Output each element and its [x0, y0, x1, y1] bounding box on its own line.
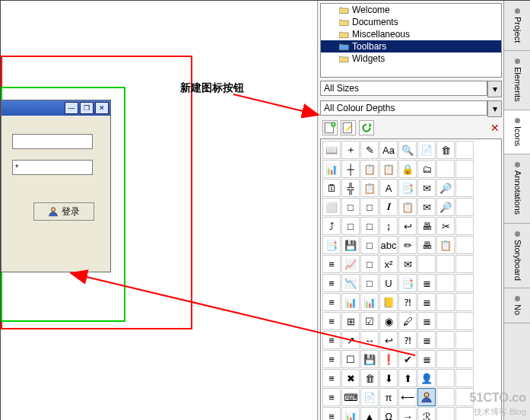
icon-cell[interactable]: ✏ [398, 236, 417, 254]
refresh-icon-button[interactable] [359, 120, 374, 135]
tree-item-miscellaneous[interactable]: Miscellaneous [321, 28, 501, 40]
icon-cell[interactable]: ≣ [417, 293, 436, 311]
sidetab-project[interactable]: Project [504, 1, 530, 51]
icon-cell[interactable]: ▲ [360, 407, 379, 420]
icon-cell[interactable]: ┼ [341, 160, 360, 178]
sidetab-annotations[interactable]: Annotations [504, 154, 530, 223]
icon-cell[interactable]: 📊 [341, 293, 360, 311]
icon-cell[interactable]: 📄 [417, 141, 436, 159]
icon-cell[interactable]: 📉 [341, 274, 360, 292]
username-field[interactable] [12, 134, 93, 149]
icon-cell[interactable]: 🖶 [417, 217, 436, 235]
password-field[interactable] [12, 160, 93, 175]
icon-cell[interactable]: ✎ [360, 141, 379, 159]
icon-cell[interactable] [436, 293, 455, 311]
icon-cell[interactable]: 📑 [322, 236, 341, 254]
icon-cell[interactable]: ☑ [360, 312, 379, 330]
icon-cell[interactable]: ↩ [379, 331, 398, 349]
icon-cell[interactable]: □ [360, 236, 379, 254]
icon-cell[interactable]: ＋ [341, 141, 360, 159]
icon-cell[interactable]: ≡ [322, 293, 341, 311]
icon-cell[interactable]: ✉ [417, 179, 436, 197]
size-filter-combo[interactable] [320, 81, 487, 96]
icon-cell[interactable]: 📖 [322, 141, 341, 159]
icon-cell[interactable] [417, 388, 436, 406]
icon-cell[interactable]: □ [341, 217, 360, 235]
icon-cell[interactable]: ☐ [341, 350, 360, 368]
icon-cell[interactable]: 📄 [360, 388, 379, 406]
icon-cell[interactable]: 💾 [341, 236, 360, 254]
login-button[interactable]: 登录 [33, 202, 94, 221]
icon-cell[interactable]: 📋 [436, 236, 455, 254]
icon-cell[interactable]: ↩ [398, 217, 417, 235]
icon-cell[interactable]: ≣ [417, 312, 436, 330]
icon-cell[interactable]: □ [360, 217, 379, 235]
icon-cell[interactable]: π [379, 388, 398, 406]
icon-cell[interactable]: ⬜ [322, 198, 341, 216]
icon-cell[interactable]: ≣ [417, 350, 436, 368]
delete-icon-button[interactable]: ✕ [490, 122, 500, 134]
icon-cell[interactable]: ≡ [322, 369, 341, 387]
icon-cell[interactable] [455, 141, 474, 159]
icon-cell[interactable] [436, 274, 455, 292]
mock-window-titlebar[interactable]: — ❐ ✕ [2, 100, 110, 116]
icon-cell[interactable]: □ [360, 274, 379, 292]
icon-cell[interactable]: 👤 [417, 369, 436, 387]
icon-cell[interactable]: 🖊 [398, 312, 417, 330]
icon-cell[interactable]: 💾 [360, 350, 379, 368]
icon-cell[interactable]: 🗓 [322, 179, 341, 197]
icon-cell[interactable]: ≣ [417, 274, 436, 292]
icon-cell[interactable]: 📑 [398, 274, 417, 292]
icon-cell[interactable]: Ω [379, 407, 398, 420]
icon-cell[interactable]: 📊 [322, 160, 341, 178]
icon-cell[interactable]: □ [341, 198, 360, 216]
icon-cell[interactable]: ≡ [322, 388, 341, 406]
icon-cell[interactable]: ↗ [341, 331, 360, 349]
icon-cell[interactable]: abc [379, 236, 398, 254]
icon-cell[interactable]: 🖶 [417, 236, 436, 254]
icon-cell[interactable]: ⬇ [379, 369, 398, 387]
icon-cell[interactable]: ⤴ [322, 217, 341, 235]
icon-cell[interactable] [436, 331, 455, 349]
icon-cell[interactable]: U [379, 274, 398, 292]
icon-cell[interactable]: 🔎 [436, 179, 455, 197]
icon-cell[interactable]: ℛ [417, 407, 436, 420]
icon-cell[interactable]: 🗂 [417, 160, 436, 178]
icon-cell[interactable]: ⁈ [398, 331, 417, 349]
icon-cell[interactable]: 🔒 [398, 160, 417, 178]
icon-cell[interactable]: 🔍 [398, 141, 417, 159]
icon-cell[interactable]: 📒 [379, 293, 398, 311]
icon-cell[interactable]: ⊞ [341, 312, 360, 330]
icon-cell[interactable]: 📋 [360, 179, 379, 197]
icon-cell[interactable]: 📋 [360, 160, 379, 178]
icon-cell[interactable]: 📊 [360, 293, 379, 311]
tree-item-toolbars[interactable]: Toolbars [321, 40, 501, 52]
icon-cell[interactable]: → [398, 407, 417, 420]
color-depth-dropdown-button[interactable]: ▾ [487, 100, 502, 117]
size-filter-dropdown-button[interactable]: ▾ [487, 81, 502, 97]
icon-cell[interactable]: A [379, 179, 398, 197]
icon-cell[interactable] [455, 274, 474, 292]
icon-cell[interactable]: 📋 [398, 198, 417, 216]
icon-cell[interactable]: ≡ [322, 407, 341, 420]
icon-cell[interactable] [455, 312, 474, 330]
icon-cell[interactable] [455, 160, 474, 178]
icon-cell[interactable]: ≡ [322, 274, 341, 292]
icon-cell[interactable] [455, 236, 474, 254]
icon-cell[interactable]: 📊 [341, 407, 360, 420]
icon-cell[interactable] [417, 255, 436, 273]
icon-cell[interactable] [436, 255, 455, 273]
icon-cell[interactable] [436, 160, 455, 178]
icon-cell[interactable]: ❗ [379, 350, 398, 368]
icon-cell[interactable] [455, 179, 474, 197]
icon-cell[interactable] [436, 407, 455, 420]
icon-cell[interactable]: 🗑 [360, 369, 379, 387]
icon-cell[interactable]: ↨ [379, 217, 398, 235]
new-icon-button[interactable]: + [322, 120, 338, 135]
icon-cell[interactable]: ↔ [360, 331, 379, 349]
tree-item-widgets[interactable]: Widgets [321, 52, 501, 65]
icon-cell[interactable] [436, 369, 455, 387]
icon-cell[interactable]: ≡ [322, 331, 341, 349]
icon-cell[interactable]: ≣ [417, 331, 436, 349]
icon-cell[interactable]: 📑 [398, 179, 417, 197]
